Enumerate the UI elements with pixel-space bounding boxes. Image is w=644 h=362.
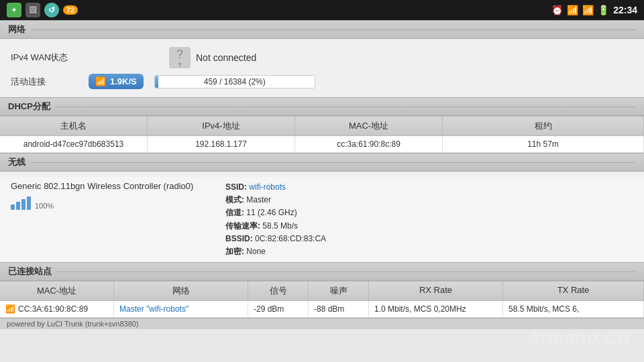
dhcp-col-mac: MAC-地址 <box>295 117 443 135</box>
station-signal: -29 dBm <box>248 301 309 317</box>
bar-1 <box>11 204 15 210</box>
mode-line: 模式: Master <box>225 194 633 206</box>
col-noise: 噪声 <box>309 282 369 300</box>
notification-badge: 72 <box>63 5 78 15</box>
active-connection-row: 活动连接 📶 1.9K/S 459 / 16384 (2%) <box>0 71 644 92</box>
ssid-line: SSID: wifi-robots <box>225 181 633 194</box>
speed-value: 1.9K/S <box>110 76 137 86</box>
clock: 22:34 <box>613 5 637 15</box>
channel-line: 信道: 11 (2.46 GHz) <box>225 206 633 219</box>
wifi-speed-badge: 📶 1.9K/S <box>89 74 144 89</box>
stations-section-header: 已连接站点 <box>0 262 644 281</box>
dhcp-section-header: DHCP分配 <box>0 97 644 116</box>
status-right: ⏰ 📶 📶 🔋 22:34 <box>551 5 637 15</box>
wireless-controller: Generic 802.11bgn Wireless Controller (r… <box>11 181 212 191</box>
dhcp-cell-lease: 11h 57m <box>443 136 644 152</box>
dhcp-section: 主机名 IPv4-地址 MAC-地址 租约 android-d47cec97db… <box>0 116 644 153</box>
app-icon-1[interactable]: + <box>7 3 21 17</box>
wireless-left: Generic 802.11bgn Wireless Controller (r… <box>11 181 212 258</box>
dhcp-col-ipv4: IPv4-地址 <box>148 117 295 135</box>
status-left: + 🖼 ↺ 72 <box>7 3 78 17</box>
progress-text: 459 / 16384 (2%) <box>155 77 315 86</box>
alarm-icon: ⏰ <box>551 5 563 15</box>
wireless-section-header: 无线 <box>0 153 644 172</box>
not-connected-area: ? ? Not connected <box>169 47 256 68</box>
stations-section: MAC-地址 网络 信号 噪声 RX Rate TX Rate 📶 CC:3A:… <box>0 281 644 318</box>
col-txrate: TX Rate <box>503 282 644 300</box>
wireless-section: Generic 802.11bgn Wireless Controller (r… <box>0 172 644 262</box>
bar-3 <box>21 199 25 210</box>
wifi-icon: 📶 <box>567 5 578 15</box>
status-bar: + 🖼 ↺ 72 ⏰ 📶 📶 🔋 22:34 <box>0 0 644 20</box>
col-network: 网络 <box>114 282 248 300</box>
bar-2 <box>16 202 20 210</box>
footer: powered by LuCI Trunk (trunk+svn8380) <box>0 318 644 329</box>
app-icon-2[interactable]: 🖼 <box>25 3 40 17</box>
progress-bar-container: 459 / 16384 (2%) <box>154 75 315 88</box>
stations-header: MAC-地址 网络 信号 噪声 RX Rate TX Rate <box>0 281 644 301</box>
dhcp-row-0: android-d47cec97db683513 192.168.1.177 c… <box>0 136 644 153</box>
main-content: 网络 IPv4 WAN状态 ? ? Not connected 活动连接 📶 1… <box>0 20 644 362</box>
network-section: IPv4 WAN状态 ? ? Not connected 活动连接 📶 1.9K… <box>0 39 644 97</box>
wireless-right: SSID: wifi-robots 模式: Master 信道: 11 (2.4… <box>225 181 633 258</box>
signal-percent: 100% <box>35 202 54 210</box>
ipv4-label: IPv4 WAN状态 <box>11 52 78 64</box>
signal-icon-area: 100% <box>11 196 212 210</box>
encrypt-line: 加密: None <box>225 245 633 258</box>
active-connection-label: 活动连接 <box>11 76 78 88</box>
station-mac: 📶 CC:3A:61:90:8C:89 <box>0 301 114 317</box>
col-mac: MAC-地址 <box>0 282 114 300</box>
wireless-content: Generic 802.11bgn Wireless Controller (r… <box>0 177 644 262</box>
station-network[interactable]: Master "wifi-robots" <box>114 301 248 317</box>
question-icon: ? ? <box>169 47 191 68</box>
dhcp-col-hostname: 主机名 <box>0 117 148 135</box>
bssid-line: BSSID: 0C:82:68:CD:83:CA <box>225 233 633 245</box>
col-rxrate: RX Rate <box>369 282 503 300</box>
dhcp-table-header: 主机名 IPv4-地址 MAC-地址 租约 <box>0 116 644 136</box>
ipv4-wan-row: IPv4 WAN状态 ? ? Not connected <box>0 44 644 71</box>
station-rxrate: 1.0 Mbit/s, MCS 0,20MHz <box>369 301 503 317</box>
rate-line: 传输速率: 58.5 Mb/s <box>225 220 633 233</box>
station-row-0: 📶 CC:3A:61:90:8C:89 Master "wifi-robots"… <box>0 301 644 318</box>
app-icon-3[interactable]: ↺ <box>44 3 59 17</box>
station-noise: -88 dBm <box>309 301 369 317</box>
dhcp-cell-mac: cc:3a:61:90:8c:89 <box>295 136 443 152</box>
dhcp-cell-ipv4: 192.168.1.177 <box>148 136 295 152</box>
station-txrate: 58.5 Mbit/s, MCS 6, <box>503 301 644 317</box>
col-signal: 信号 <box>248 282 309 300</box>
ssid-link[interactable]: wifi-robots <box>249 182 286 192</box>
network-section-header: 网络 <box>0 20 644 39</box>
battery-icon: 🔋 <box>598 5 609 15</box>
dhcp-col-lease: 租约 <box>443 117 644 135</box>
wifi-icon-badge: 📶 <box>95 76 106 86</box>
bar-4 <box>27 196 31 210</box>
signal-bars <box>11 196 31 210</box>
signal-icon: 📶 <box>582 5 594 15</box>
station-signal-icon: 📶 <box>5 304 15 314</box>
not-connected-text: Not connected <box>196 52 256 63</box>
dhcp-cell-hostname: android-d47cec97db683513 <box>0 136 148 152</box>
